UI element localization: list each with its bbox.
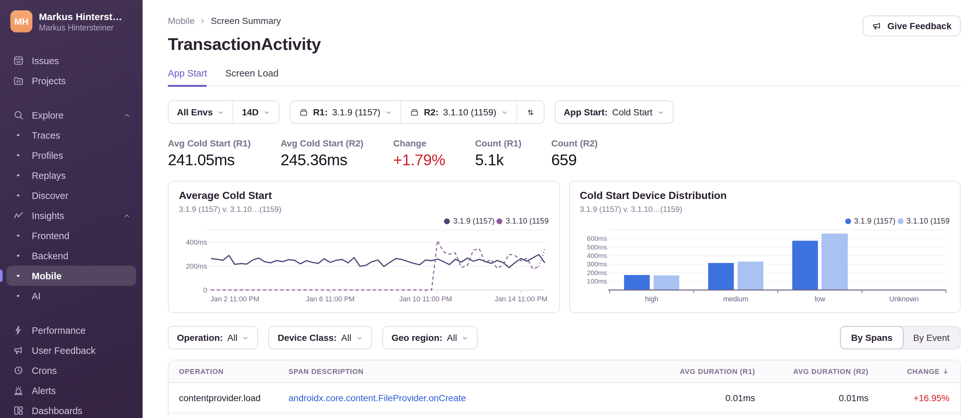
header-avg-duration-r2[interactable]: AVG DURATION (R2) <box>755 367 869 375</box>
chevron-down-icon <box>385 108 392 116</box>
geo-region-filter[interactable]: Geo region: All <box>383 327 477 349</box>
operation-filter[interactable]: Operation: All <box>169 327 258 349</box>
filter-bar: All Envs 14D R1: 3.1.9 (1157) <box>168 100 961 124</box>
sidebar-item-replays[interactable]: Replays <box>6 165 136 185</box>
sidebar-item-user-feedback[interactable]: User Feedback <box>6 340 136 360</box>
operation-filter-label: Operation: <box>177 332 223 343</box>
sidebar-item-alerts[interactable]: Alerts <box>6 380 136 401</box>
svg-text:Unknown: Unknown <box>889 295 918 303</box>
header-avg-duration-r1[interactable]: AVG DURATION (R1) <box>642 367 755 375</box>
release-r1-filter[interactable]: R1: 3.1.9 (1157) <box>290 101 401 123</box>
sidebar-item-crons[interactable]: Crons <box>6 360 136 380</box>
svg-text:0: 0 <box>203 286 207 294</box>
period-filter-label: 14D <box>242 107 259 117</box>
swap-arrows-icon <box>526 107 535 117</box>
chevron-right-icon <box>199 17 207 24</box>
geo-region-filter-label: Geo region: <box>391 332 442 343</box>
header-operation[interactable]: OPERATION <box>169 367 288 375</box>
sidebar-item-label: Replays <box>32 170 66 181</box>
tab-screen-load[interactable]: Screen Load <box>225 68 278 87</box>
svg-text:high: high <box>644 295 658 303</box>
lightning-icon <box>12 325 25 336</box>
sidebar-item-traces[interactable]: Traces <box>6 125 136 145</box>
sidebar-item-label: Discover <box>32 190 68 200</box>
stat-label: Count (R1) <box>475 138 522 148</box>
app-start-type-value: Cold Start <box>612 107 653 117</box>
sidebar-item-label: Mobile <box>32 270 62 281</box>
legend-dot <box>897 218 903 224</box>
geo-region-filter-value: All <box>447 332 457 343</box>
sidebar-item-dashboards[interactable]: Dashboards <box>6 401 136 418</box>
chart-title: Cold Start Device Distribution <box>580 190 950 202</box>
svg-text:200ms: 200ms <box>587 269 607 277</box>
chevron-down-icon <box>218 108 224 116</box>
period-filter[interactable]: 14D <box>233 101 279 123</box>
swap-releases-button[interactable] <box>517 101 544 123</box>
user-name: Markus Hinterst… <box>39 11 122 22</box>
table-row: contentprovider.load androidx.core.conte… <box>169 383 960 413</box>
siren-icon <box>12 385 25 396</box>
sidebar-item-discover[interactable]: Discover <box>6 185 136 205</box>
sidebar-item-issues[interactable]: Issues <box>6 51 136 71</box>
sidebar-item-insights[interactable]: Insights <box>6 205 136 226</box>
sidebar-item-explore[interactable]: Explore <box>6 105 136 125</box>
svg-text:500ms: 500ms <box>587 243 607 251</box>
sidebar-item-profiles[interactable]: Profiles <box>6 145 136 165</box>
stats-row: Avg Cold Start (R1) 241.05ms Avg Cold St… <box>168 138 961 169</box>
chart-subtitle: 3.1.9 (1157) v. 3.1.10…(1159) <box>580 205 950 214</box>
sidebar-item-projects[interactable]: Projects <box>6 71 136 91</box>
main-content: Mobile Screen Summary Give Feedback Tran… <box>143 0 980 418</box>
cell-avg-duration-r1: 0.01ms <box>642 393 755 403</box>
legend-label: 3.1.10 (1159 <box>907 216 950 226</box>
stat-label: Avg Cold Start (R2) <box>281 138 364 148</box>
stat-value: 5.1k <box>475 151 522 169</box>
line-chart[interactable]: 0200ms400msJan 2 11:00 PMJan 6 11:00 PMJ… <box>179 226 549 309</box>
chart-legend: 3.1.9 (1157) 3.1.10 (1159 <box>580 216 950 226</box>
breadcrumb-screen-summary: Screen Summary <box>211 16 281 26</box>
sidebar-item-label: AI <box>32 291 40 301</box>
bar-chart[interactable]: 100ms200ms300ms400ms500ms600mshighmedium… <box>580 226 950 309</box>
legend-item-r1[interactable]: 3.1.9 (1157) <box>444 216 495 226</box>
sidebar-item-backend[interactable]: Backend <box>6 246 136 266</box>
avg-cold-start-chart-card: Average Cold Start 3.1.9 (1157) v. 3.1.1… <box>168 181 560 313</box>
app-start-type-group: App Start: Cold Start <box>555 100 673 124</box>
release-r2-filter[interactable]: R2: 3.1.10 (1159) <box>401 101 517 123</box>
header-change[interactable]: CHANGE <box>869 367 960 375</box>
give-feedback-button[interactable]: Give Feedback <box>863 16 961 36</box>
bullet-icon <box>12 295 25 297</box>
chevron-up-icon <box>123 211 131 219</box>
legend-item-r2[interactable]: 3.1.10 (1159 <box>897 216 950 226</box>
tab-app-start[interactable]: App Start <box>168 68 207 87</box>
release-box-icon <box>299 107 309 117</box>
org-switcher[interactable]: MH Markus Hinterst… Markus Hintersteiner <box>0 8 143 40</box>
chevron-up-icon <box>123 111 131 119</box>
device-class-filter-value: All <box>341 332 351 343</box>
span-link[interactable]: androidx.core.content.FileProvider.onCre… <box>288 393 466 403</box>
chart-title: Average Cold Start <box>179 190 549 202</box>
app-start-type-filter[interactable]: App Start: Cold Start <box>555 101 673 123</box>
app-window: MH Markus Hinterst… Markus Hintersteiner… <box>0 0 980 418</box>
legend-item-r1[interactable]: 3.1.9 (1157) <box>845 216 896 226</box>
r1-value: 3.1.9 (1157) <box>332 107 380 117</box>
chevron-down-icon <box>461 334 469 341</box>
sidebar-item-label: Issues <box>32 56 59 66</box>
legend-item-r2[interactable]: 3.1.10 (1159 <box>496 216 549 226</box>
env-filter[interactable]: All Envs <box>169 101 233 123</box>
spans-event-toggle: By Spans By Event <box>840 326 961 349</box>
sidebar-item-mobile[interactable]: Mobile <box>6 266 136 286</box>
device-distribution-chart-card: Cold Start Device Distribution 3.1.9 (11… <box>569 181 961 313</box>
by-spans-tab[interactable]: By Spans <box>840 326 904 349</box>
sidebar-item-frontend[interactable]: Frontend <box>6 226 136 246</box>
sidebar-item-performance[interactable]: User Feedback Performance <box>6 320 136 340</box>
svg-text:600ms: 600ms <box>587 235 607 242</box>
stat-count-r1: Count (R1) 5.1k <box>475 138 522 169</box>
sidebar-item-ai[interactable]: AI <box>6 286 136 306</box>
header-span-description[interactable]: SPAN DESCRIPTION <box>288 367 642 375</box>
cell-span-description: androidx.core.content.FileProvider.onCre… <box>288 393 642 403</box>
stat-label: Change <box>393 138 445 148</box>
device-class-filter-label: Device Class: <box>278 332 337 343</box>
svg-text:400ms: 400ms <box>186 238 207 246</box>
device-class-filter[interactable]: Device Class: All <box>269 327 371 349</box>
by-event-tab[interactable]: By Event <box>903 327 960 349</box>
breadcrumb-mobile[interactable]: Mobile <box>168 16 195 26</box>
